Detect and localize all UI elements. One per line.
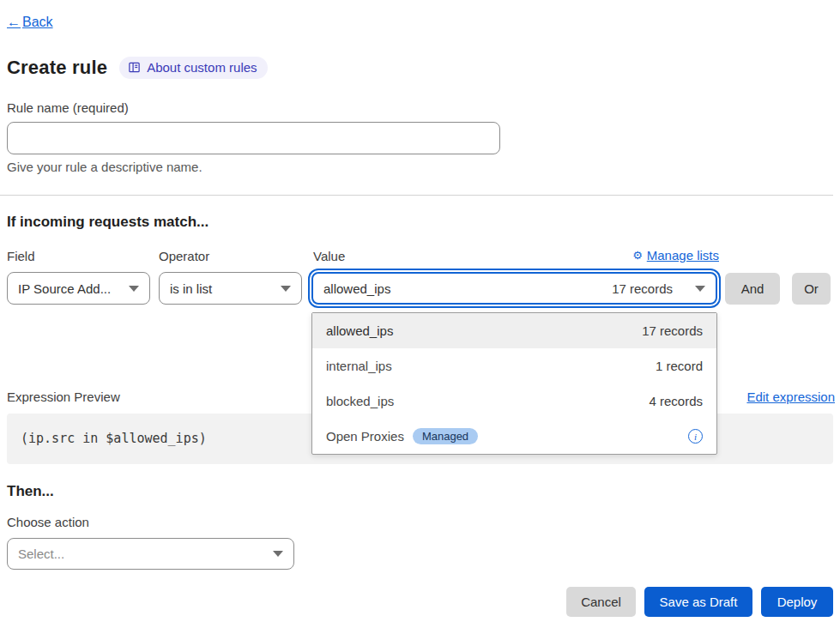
choose-action-label: Choose action <box>7 515 89 529</box>
expression-preview-label: Expression Preview <box>7 389 120 404</box>
field-select-value: IP Source Add... <box>18 281 120 296</box>
about-custom-rules-link[interactable]: About custom rules <box>119 57 267 79</box>
match-section-heading: If incoming requests match... <box>7 214 208 231</box>
chevron-down-icon <box>695 286 705 292</box>
chevron-down-icon <box>281 286 291 292</box>
value-select[interactable]: allowed_ips 17 records <box>311 272 717 305</box>
value-label: Value <box>313 249 345 263</box>
about-badge-label: About custom rules <box>147 60 257 75</box>
dropdown-option-open-proxies[interactable]: Open Proxies Managed i <box>312 419 716 454</box>
edit-expression-link[interactable]: Edit expression <box>746 389 835 404</box>
back-arrow-icon: ← <box>7 15 21 30</box>
rule-name-input[interactable] <box>7 122 500 154</box>
back-label: Back <box>22 15 53 30</box>
operator-select[interactable]: is in list <box>159 272 302 305</box>
option-record-count: 1 record <box>656 359 703 373</box>
chevron-down-icon <box>273 551 283 557</box>
operator-label: Operator <box>159 249 209 263</box>
book-icon <box>128 61 141 74</box>
dropdown-option-blocked-ips[interactable]: blocked_ips 4 records <box>312 383 716 419</box>
page-title: Create rule <box>7 57 107 79</box>
field-select[interactable]: IP Source Add... <box>7 272 150 305</box>
value-dropdown-menu: allowed_ips 17 records internal_ips 1 re… <box>311 312 717 455</box>
gear-icon: ⚙ <box>632 249 643 262</box>
option-record-count: 4 records <box>649 394 703 408</box>
title-row: Create rule About custom rules <box>7 57 268 79</box>
managed-badge: Managed <box>413 428 478 444</box>
back-link[interactable]: ← Back <box>7 15 53 30</box>
field-label: Field <box>7 249 35 263</box>
option-name: Open Proxies <box>326 429 404 444</box>
save-as-draft-button[interactable]: Save as Draft <box>644 587 752 617</box>
operator-select-value: is in list <box>170 281 272 296</box>
and-button[interactable]: And <box>725 273 780 305</box>
option-name: internal_ips <box>326 359 392 373</box>
value-select-name: allowed_ips <box>323 281 612 296</box>
option-name: blocked_ips <box>326 394 394 408</box>
dropdown-option-internal-ips[interactable]: internal_ips 1 record <box>312 348 716 383</box>
action-select-placeholder: Select... <box>18 546 264 561</box>
chevron-down-icon <box>129 286 139 292</box>
value-select-record-count: 17 records <box>612 281 673 296</box>
section-divider <box>0 195 833 196</box>
rule-name-label: Rule name (required) <box>7 100 129 115</box>
deploy-button[interactable]: Deploy <box>761 587 833 617</box>
info-icon[interactable]: i <box>688 429 703 444</box>
create-rule-page: ← Back Create rule About custom rules Ru… <box>0 0 840 634</box>
option-record-count: 17 records <box>642 323 703 338</box>
then-section-heading: Then... <box>7 483 54 500</box>
rule-name-helper: Give your rule a descriptive name. <box>7 160 202 174</box>
dropdown-option-allowed-ips[interactable]: allowed_ips 17 records <box>312 313 716 348</box>
or-button[interactable]: Or <box>792 273 831 305</box>
cancel-button[interactable]: Cancel <box>566 587 636 617</box>
manage-lists-link[interactable]: ⚙ Manage lists <box>632 248 719 263</box>
manage-lists-label: Manage lists <box>647 248 719 263</box>
action-select[interactable]: Select... <box>7 538 294 570</box>
option-name: allowed_ips <box>326 323 393 338</box>
